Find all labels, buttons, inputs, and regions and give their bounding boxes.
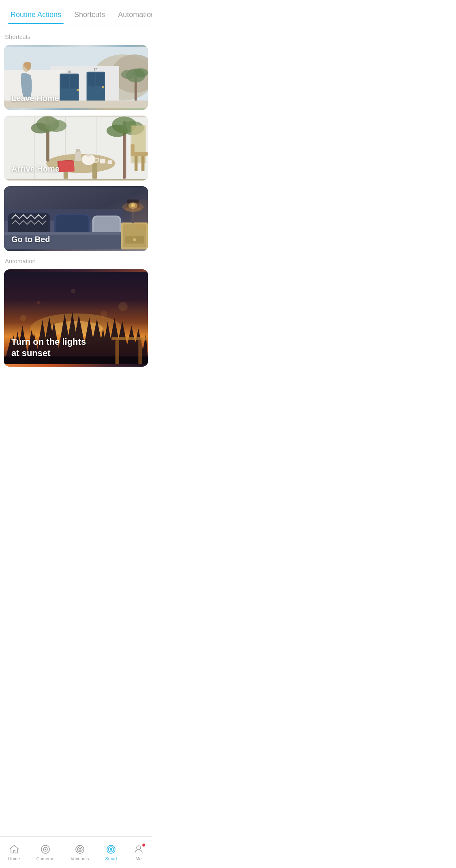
svg-rect-48 bbox=[135, 156, 138, 171]
svg-point-69 bbox=[133, 238, 136, 241]
card-go-to-bed-label: Go to Bed bbox=[11, 234, 50, 245]
svg-point-110 bbox=[101, 311, 107, 318]
svg-point-19 bbox=[121, 70, 137, 79]
svg-rect-10 bbox=[88, 73, 95, 86]
automation-section-label: Automation bbox=[4, 258, 148, 264]
svg-point-40 bbox=[40, 116, 56, 125]
tab-shortcuts[interactable]: Shortcuts bbox=[68, 6, 111, 24]
main-content: Shortcuts bbox=[0, 24, 152, 405]
svg-rect-103 bbox=[111, 337, 148, 340]
svg-rect-29 bbox=[92, 163, 97, 179]
svg-rect-35 bbox=[59, 161, 75, 172]
svg-rect-104 bbox=[116, 340, 119, 364]
svg-text:17: 17 bbox=[94, 68, 97, 71]
svg-rect-32 bbox=[100, 159, 105, 163]
svg-rect-6 bbox=[61, 75, 69, 88]
tab-bar: Routine Actions Shortcuts Automation bbox=[0, 0, 152, 24]
svg-point-12 bbox=[102, 86, 104, 88]
svg-rect-52 bbox=[76, 149, 80, 152]
svg-point-106 bbox=[20, 315, 26, 321]
svg-rect-49 bbox=[141, 156, 145, 171]
svg-rect-11 bbox=[96, 73, 104, 86]
card-leave-home[interactable]: 16 17 Leave Home bbox=[4, 45, 148, 110]
card-leave-home-label: Leave Home bbox=[11, 93, 59, 103]
svg-rect-105 bbox=[138, 339, 142, 364]
shortcuts-section-label: Shortcuts bbox=[4, 33, 148, 40]
card-lights-sunset[interactable]: Turn on the lightsat sunset bbox=[4, 269, 148, 367]
svg-point-109 bbox=[36, 301, 40, 304]
card-go-to-bed[interactable]: Go to Bed bbox=[4, 186, 148, 251]
svg-rect-51 bbox=[75, 151, 81, 161]
automation-section: Automation bbox=[4, 258, 148, 367]
svg-rect-7 bbox=[70, 75, 79, 88]
svg-rect-33 bbox=[108, 160, 112, 164]
svg-point-108 bbox=[71, 289, 75, 293]
svg-point-107 bbox=[118, 302, 128, 311]
card-arrive-home[interactable]: Arrive Home bbox=[4, 116, 148, 180]
card-lights-sunset-label: Turn on the lightsat sunset bbox=[11, 336, 86, 359]
svg-rect-31 bbox=[86, 154, 91, 157]
card-arrive-home-label: Arrive Home bbox=[11, 164, 60, 174]
svg-point-8 bbox=[77, 89, 79, 91]
svg-rect-50 bbox=[131, 144, 134, 156]
tab-automation[interactable]: Automation bbox=[111, 6, 152, 24]
tab-routine-actions-label: Routine Actions bbox=[11, 11, 61, 19]
tab-automation-label: Automation bbox=[118, 11, 152, 19]
svg-text:16: 16 bbox=[68, 70, 71, 74]
tab-shortcuts-label: Shortcuts bbox=[74, 11, 105, 19]
shortcuts-section: Shortcuts bbox=[4, 33, 148, 251]
tab-routine-actions[interactable]: Routine Actions bbox=[4, 6, 68, 24]
